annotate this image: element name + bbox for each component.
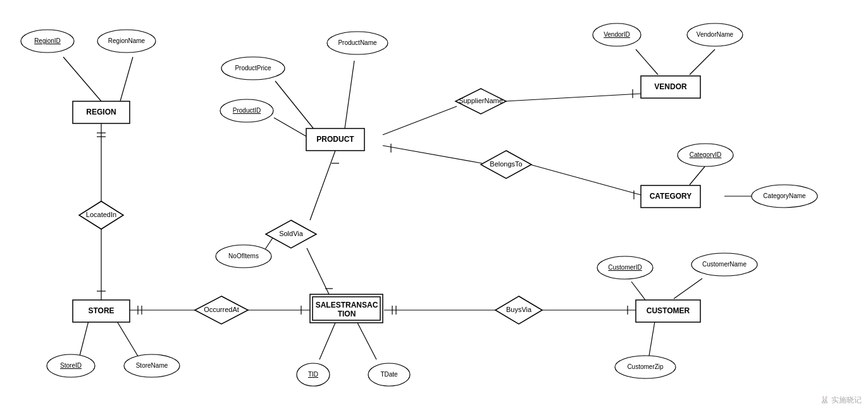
entity-product-label: PRODUCT	[316, 135, 354, 144]
attr-productname-label: ProductName	[338, 39, 377, 46]
attr-customername-label: CustomerName	[702, 261, 747, 268]
svg-line-40	[631, 282, 645, 300]
er-diagram: REGION STORE PRODUCT VENDOR CATEGORY SAL…	[0, 0, 868, 412]
rel-locatedin-label: LocatedIn	[86, 211, 116, 218]
svg-line-20	[383, 146, 482, 163]
svg-line-16	[274, 118, 311, 139]
svg-line-34	[357, 323, 376, 359]
svg-line-22	[530, 165, 641, 195]
svg-line-0	[63, 57, 101, 101]
svg-line-1	[120, 57, 133, 101]
rel-buysvia-label: BuysVia	[506, 306, 532, 313]
rel-suppliername-label: SupplierName	[459, 97, 503, 104]
svg-line-41	[674, 278, 702, 299]
attr-customerzip-label: CustomerZip	[627, 363, 664, 370]
rel-soldvia-label: SoldVia	[279, 230, 304, 237]
rel-belongsto-label: BelongsTo	[490, 160, 522, 168]
svg-line-33	[319, 323, 335, 359]
svg-line-7	[79, 321, 89, 358]
svg-line-28	[310, 151, 335, 220]
attr-productid-label: ProductID	[233, 107, 261, 114]
svg-line-42	[648, 321, 655, 359]
attr-storename-label: StoreName	[136, 362, 168, 369]
attr-tid-label: TID	[308, 371, 318, 378]
attr-vendorid-label: VendorID	[604, 31, 630, 38]
attr-vendorname-label: VendorName	[697, 31, 734, 38]
watermark: 🐰 实施晓记	[820, 395, 862, 406]
attr-categoryid-label: CategoryID	[690, 151, 722, 158]
entity-customer-label: CUSTOMER	[647, 306, 690, 315]
rel-occurredat-label: OccurredAt	[204, 306, 239, 313]
svg-line-14	[275, 81, 314, 130]
svg-line-27	[690, 49, 715, 75]
attr-tdate-label: TDate	[380, 371, 398, 378]
svg-line-24	[690, 166, 705, 185]
entity-salestransaction-label2: TION	[338, 309, 356, 318]
entity-region-label: REGION	[86, 108, 116, 116]
svg-line-15	[345, 61, 354, 128]
svg-line-31	[307, 248, 329, 294]
attr-customerid-label: CustomerID	[608, 264, 642, 271]
attr-regionname-label: RegionName	[108, 37, 146, 44]
svg-line-17	[383, 106, 457, 135]
entity-category-label: CATEGORY	[650, 192, 692, 201]
attr-regionid-label: RegionID	[34, 37, 61, 44]
attr-storeid-label: StoreID	[60, 362, 82, 369]
attr-noofitems-label: NoOfItems	[228, 253, 259, 259]
entity-store-label: STORE	[88, 306, 114, 315]
svg-line-26	[636, 49, 658, 75]
attr-productprice-label: ProductPrice	[235, 65, 271, 72]
svg-line-8	[117, 321, 139, 358]
entity-vendor-label: VENDOR	[654, 82, 687, 91]
entity-salestransaction-label1: SALESTRANSAC	[316, 301, 378, 309]
attr-categoryname-label: CategoryName	[763, 192, 806, 199]
svg-line-18	[505, 94, 641, 101]
